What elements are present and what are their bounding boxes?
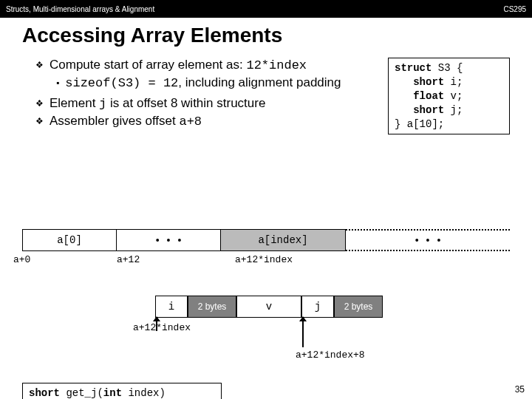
label-a12: a+12	[117, 254, 205, 265]
array-row: a[0] ••• a[index] •••	[22, 229, 510, 251]
arrow-icon	[302, 321, 304, 347]
bullet-1-text: Compute start of array element as: 12*in…	[50, 58, 307, 72]
label-a12idx: a+12*index	[235, 254, 293, 265]
struct-layout-row: i 2 bytes v j 2 bytes	[155, 296, 383, 318]
field-i: i	[155, 296, 188, 318]
header-right: CS295	[503, 5, 526, 13]
struct-code-box: struct S3 { short i; float v; short j; }…	[388, 58, 510, 134]
padding-1: 2 bytes	[188, 296, 236, 318]
bullet-1-sub: ▪ sizeof(S3) = 12, including alignment p…	[56, 75, 353, 90]
struct-label-below: a+12*index	[133, 322, 191, 333]
ellipsis-right: •••	[346, 229, 510, 251]
struct-label-offset8: a+12*index+8	[296, 349, 365, 361]
header-bar: Structs, Multi-dimensional arrays & Alig…	[0, 0, 532, 18]
content-area: ❖ Compute start of array element as: 12*…	[0, 58, 532, 129]
bullet-list: ❖ Compute start of array element as: 12*…	[35, 58, 353, 129]
page-number: 35	[515, 384, 525, 395]
array-diagram: a[0] ••• a[index] ••• a+0 a+12 a+12*inde…	[22, 229, 510, 265]
diamond-icon: ❖	[35, 60, 44, 72]
array-cell-index: a[index]	[220, 229, 346, 251]
field-j: j	[301, 296, 334, 318]
square-icon: ▪	[56, 78, 59, 90]
bullet-1-sub-text: sizeof(S3) = 12, including alignment pad…	[65, 75, 341, 90]
bullet-2-text: Element j is at offset 8 within structur…	[50, 96, 265, 111]
diamond-icon: ❖	[35, 98, 44, 111]
ellipsis-left: •••	[117, 229, 220, 251]
diamond-icon: ❖	[35, 116, 44, 129]
array-labels: a+0 a+12 a+12*index	[22, 254, 510, 265]
bullet-2: ❖ Element j is at offset 8 within struct…	[35, 96, 353, 111]
padding-2: 2 bytes	[334, 296, 383, 318]
bullet-3-text: Assembler gives offset a+8	[50, 114, 202, 129]
bullet-1: ❖ Compute start of array element as: 12*…	[35, 58, 353, 72]
page-title: Accessing Array Elements	[22, 24, 532, 47]
field-v: v	[236, 296, 301, 318]
label-a0: a+0	[13, 254, 28, 265]
header-left: Structs, Multi-dimensional arrays & Alig…	[6, 5, 154, 13]
function-code-box: short get_j(int index) { return a[index]…	[22, 383, 222, 399]
array-cell-0: a[0]	[22, 229, 117, 251]
arrow-icon	[156, 321, 157, 331]
bullet-3: ❖ Assembler gives offset a+8	[35, 114, 353, 129]
